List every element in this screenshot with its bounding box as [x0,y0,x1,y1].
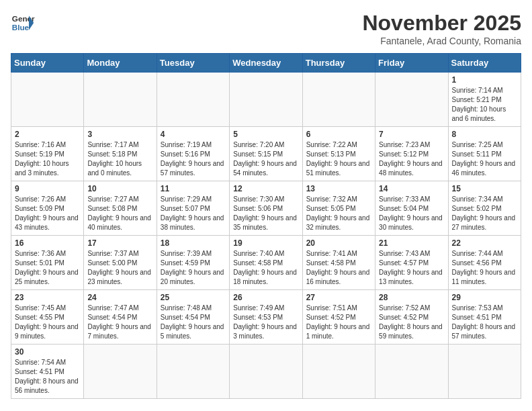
calendar-cell: 29Sunrise: 7:53 AMSunset: 4:51 PMDayligh… [448,290,521,345]
calendar-cell: 2Sunrise: 7:16 AMSunset: 5:19 PMDaylight… [11,127,84,181]
day-number: 22 [452,238,517,248]
calendar-cell: 11Sunrise: 7:29 AMSunset: 5:07 PMDayligh… [157,181,229,236]
day-info: Sunrise: 7:49 AMSunset: 4:53 PMDaylight:… [233,304,298,341]
day-info: Sunrise: 7:34 AMSunset: 5:02 PMDaylight:… [452,195,517,232]
day-info: Sunrise: 7:40 AMSunset: 4:58 PMDaylight:… [233,249,298,287]
day-info: Sunrise: 7:19 AMSunset: 5:16 PMDaylight:… [161,140,226,178]
day-info: Sunrise: 7:30 AMSunset: 5:06 PMDaylight:… [233,195,298,232]
calendar-cell [84,345,157,399]
weekday-header-saturday: Saturday [448,54,521,73]
weekday-header-monday: Monday [84,54,157,73]
day-info: Sunrise: 7:54 AMSunset: 4:51 PMDaylight:… [15,358,80,396]
day-info: Sunrise: 7:22 AMSunset: 5:13 PMDaylight:… [306,140,371,178]
day-number: 4 [161,130,226,139]
day-info: Sunrise: 7:14 AMSunset: 5:21 PMDaylight:… [452,86,517,124]
day-info: Sunrise: 7:41 AMSunset: 4:58 PMDaylight:… [306,249,371,287]
day-number: 11 [161,184,226,193]
calendar-cell: 6Sunrise: 7:22 AMSunset: 5:13 PMDaylight… [302,127,375,181]
week-row-5: 30Sunrise: 7:54 AMSunset: 4:51 PMDayligh… [11,345,521,399]
day-number: 7 [379,130,444,139]
day-info: Sunrise: 7:48 AMSunset: 4:54 PMDaylight:… [161,304,226,341]
day-info: Sunrise: 7:45 AMSunset: 4:55 PMDaylight:… [15,304,80,341]
day-number: 16 [15,238,80,248]
day-number: 1 [452,75,517,85]
weekday-header-tuesday: Tuesday [157,54,229,73]
day-info: Sunrise: 7:37 AMSunset: 5:00 PMDaylight:… [87,249,152,287]
day-number: 2 [15,130,80,139]
day-number: 26 [233,293,298,302]
calendar-cell: 9Sunrise: 7:26 AMSunset: 5:09 PMDaylight… [11,181,84,236]
calendar-cell: 12Sunrise: 7:30 AMSunset: 5:06 PMDayligh… [230,181,302,236]
day-info: Sunrise: 7:16 AMSunset: 5:19 PMDaylight:… [15,140,80,178]
day-info: Sunrise: 7:26 AMSunset: 5:09 PMDaylight:… [15,195,80,232]
calendar-cell: 8Sunrise: 7:25 AMSunset: 5:11 PMDaylight… [448,127,521,181]
day-info: Sunrise: 7:47 AMSunset: 4:54 PMDaylight:… [87,304,152,341]
calendar-cell: 26Sunrise: 7:49 AMSunset: 4:53 PMDayligh… [230,290,302,345]
week-row-3: 16Sunrise: 7:36 AMSunset: 5:01 PMDayligh… [11,236,521,290]
day-info: Sunrise: 7:32 AMSunset: 5:05 PMDaylight:… [306,195,371,232]
logo: General Blue [11,11,35,35]
day-number: 28 [379,293,444,302]
calendar-cell [230,73,302,127]
day-info: Sunrise: 7:23 AMSunset: 5:12 PMDaylight:… [379,140,444,178]
calendar-cell: 1Sunrise: 7:14 AMSunset: 5:21 PMDaylight… [448,73,521,127]
day-number: 21 [379,238,444,248]
day-number: 5 [233,130,298,139]
logo-icon: General Blue [11,11,35,35]
calendar-cell: 24Sunrise: 7:47 AMSunset: 4:54 PMDayligh… [84,290,157,345]
location-subtitle: Fantanele, Arad County, Romania [362,36,521,46]
day-info: Sunrise: 7:43 AMSunset: 4:57 PMDaylight:… [379,249,444,287]
weekday-header-sunday: Sunday [11,54,84,73]
day-number: 6 [306,130,371,139]
calendar-cell [375,73,448,127]
day-info: Sunrise: 7:36 AMSunset: 5:01 PMDaylight:… [15,249,80,287]
calendar-cell [230,345,302,399]
calendar-cell: 28Sunrise: 7:52 AMSunset: 4:52 PMDayligh… [375,290,448,345]
calendar-cell [84,73,157,127]
calendar-cell: 30Sunrise: 7:54 AMSunset: 4:51 PMDayligh… [11,345,84,399]
day-number: 25 [161,293,226,302]
weekday-header-thursday: Thursday [302,54,375,73]
page-header: General Blue November 2025 Fantanele, Ar… [11,11,521,46]
day-number: 29 [452,293,517,302]
calendar-cell: 7Sunrise: 7:23 AMSunset: 5:12 PMDaylight… [375,127,448,181]
calendar-cell: 20Sunrise: 7:41 AMSunset: 4:58 PMDayligh… [302,236,375,290]
calendar-cell [302,345,375,399]
calendar-cell [302,73,375,127]
calendar-cell: 5Sunrise: 7:20 AMSunset: 5:15 PMDaylight… [230,127,302,181]
day-number: 17 [87,238,152,248]
day-info: Sunrise: 7:27 AMSunset: 5:08 PMDaylight:… [87,195,152,232]
weekday-header-friday: Friday [375,54,448,73]
day-number: 19 [233,238,298,248]
calendar-table: SundayMondayTuesdayWednesdayThursdayFrid… [11,53,521,399]
month-year-title: November 2025 [362,11,521,36]
day-info: Sunrise: 7:52 AMSunset: 4:52 PMDaylight:… [379,304,444,341]
day-number: 3 [87,130,152,139]
calendar-cell [11,73,84,127]
calendar-cell: 14Sunrise: 7:33 AMSunset: 5:04 PMDayligh… [375,181,448,236]
calendar-cell: 21Sunrise: 7:43 AMSunset: 4:57 PMDayligh… [375,236,448,290]
day-info: Sunrise: 7:39 AMSunset: 4:59 PMDaylight:… [161,249,226,287]
week-row-2: 9Sunrise: 7:26 AMSunset: 5:09 PMDaylight… [11,181,521,236]
day-number: 23 [15,293,80,302]
calendar-cell: 17Sunrise: 7:37 AMSunset: 5:00 PMDayligh… [84,236,157,290]
week-row-1: 2Sunrise: 7:16 AMSunset: 5:19 PMDaylight… [11,127,521,181]
day-number: 12 [233,184,298,193]
calendar-cell [157,73,229,127]
day-info: Sunrise: 7:53 AMSunset: 4:51 PMDaylight:… [452,304,517,341]
day-number: 13 [306,184,371,193]
day-number: 20 [306,238,371,248]
calendar-cell: 10Sunrise: 7:27 AMSunset: 5:08 PMDayligh… [84,181,157,236]
calendar-cell [157,345,229,399]
day-number: 9 [15,184,80,193]
calendar-cell: 22Sunrise: 7:44 AMSunset: 4:56 PMDayligh… [448,236,521,290]
calendar-cell [448,345,521,399]
day-info: Sunrise: 7:51 AMSunset: 4:52 PMDaylight:… [306,304,371,341]
day-number: 24 [87,293,152,302]
day-number: 8 [452,130,517,139]
day-info: Sunrise: 7:33 AMSunset: 5:04 PMDaylight:… [379,195,444,232]
day-number: 10 [87,184,152,193]
calendar-cell [375,345,448,399]
svg-text:Blue: Blue [12,23,30,32]
calendar-cell: 18Sunrise: 7:39 AMSunset: 4:59 PMDayligh… [157,236,229,290]
